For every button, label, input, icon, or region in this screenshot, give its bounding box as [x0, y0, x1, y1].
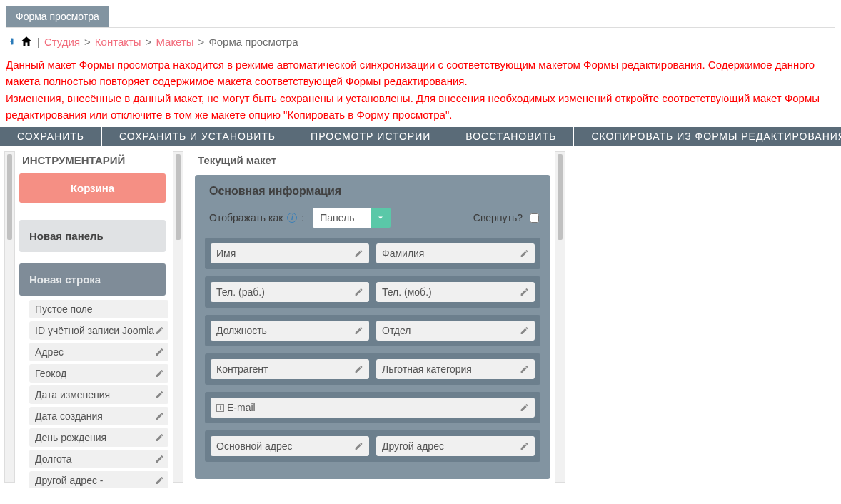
- pencil-icon[interactable]: [520, 403, 529, 413]
- pencil-icon[interactable]: [155, 348, 164, 357]
- toolbox: ИНСТРУМЕНТАРИЙ Корзина Новая панель Нова…: [19, 151, 173, 488]
- toolbox-field[interactable]: ID учётной записи Joomla: [29, 321, 168, 340]
- layout-column: Текущий макет Основная информация Отобра…: [191, 151, 555, 479]
- layout-row[interactable]: Основной адресДругой адрес: [205, 430, 540, 462]
- chevron-down-icon: [371, 208, 391, 228]
- scrollbar-toolbox[interactable]: [173, 151, 183, 483]
- toolbox-field[interactable]: День рождения: [29, 428, 168, 447]
- layout-field-slot[interactable]: Тел. (моб.): [376, 282, 535, 302]
- pencil-icon[interactable]: [520, 442, 529, 451]
- breadcrumb-studio[interactable]: Студия: [44, 36, 80, 48]
- breadcrumb-sep: >: [146, 36, 152, 48]
- layout-field-slot[interactable]: Другой адрес: [376, 436, 535, 456]
- layout-panel-main: Основная информация Отображать как i : П…: [195, 175, 550, 479]
- action-bar: СОХРАНИТЬ СОХРАНИТЬ И УСТАНОВИТЬ ПРОСМОТ…: [0, 127, 841, 146]
- breadcrumb-layouts[interactable]: Макеты: [156, 36, 193, 48]
- action-copy-from-edit[interactable]: СКОПИРОВАТЬ ИЗ ФОРМЫ РЕДАКТИРОВАНИЯ: [574, 127, 841, 146]
- layout-field-slot[interactable]: Имя: [211, 243, 369, 263]
- layout-field-slot[interactable]: Основной адрес: [211, 436, 369, 456]
- pencil-icon[interactable]: [520, 288, 529, 297]
- layout-title: Текущий макет: [198, 154, 550, 166]
- sync-warning: Данный макет Формы просмотра находится в…: [6, 56, 835, 123]
- display-as-label: Отображать как: [209, 212, 283, 223]
- breadcrumb-sep: >: [84, 36, 91, 48]
- trash-bin[interactable]: Корзина: [19, 173, 166, 203]
- pencil-icon[interactable]: [354, 288, 363, 297]
- pencil-icon[interactable]: [354, 249, 363, 258]
- action-history[interactable]: ПРОСМОТР ИСТОРИИ: [293, 127, 448, 146]
- collapse-label: Свернуть?: [473, 212, 523, 223]
- pencil-icon[interactable]: [520, 326, 529, 336]
- toolbox-field[interactable]: Другой адрес -: [29, 471, 168, 488]
- back-arrow-icon[interactable]: [6, 35, 19, 48]
- action-save-deploy[interactable]: СОХРАНИТЬ И УСТАНОВИТЬ: [102, 127, 293, 146]
- breadcrumb-current: Форма просмотра: [208, 36, 298, 48]
- layout-row[interactable]: Тел. (раб.)Тел. (моб.): [205, 276, 540, 308]
- pencil-icon[interactable]: [155, 326, 164, 336]
- toolbox-field[interactable]: Долгота: [29, 450, 168, 468]
- display-as-colon: :: [301, 212, 304, 223]
- toolbox-field[interactable]: Пустое поле: [29, 300, 168, 318]
- info-icon[interactable]: i: [287, 213, 297, 223]
- home-icon[interactable]: [20, 35, 33, 48]
- breadcrumb-contacts[interactable]: Контакты: [95, 36, 141, 48]
- pencil-icon[interactable]: [155, 433, 164, 443]
- pencil-icon[interactable]: [155, 455, 164, 464]
- breadcrumb: | Студия > Контакты > Макеты > Форма про…: [6, 35, 835, 48]
- scrollbar-layout[interactable]: [555, 151, 565, 483]
- layout-field-slot[interactable]: Льготная категория: [376, 359, 535, 379]
- action-save[interactable]: СОХРАНИТЬ: [0, 127, 102, 146]
- new-row[interactable]: Новая строка: [19, 263, 166, 296]
- tab-view-form[interactable]: Форма просмотра: [6, 6, 109, 27]
- layout-row[interactable]: +E-mail: [205, 392, 540, 423]
- display-as-dropdown[interactable]: Панель: [313, 208, 390, 228]
- layout-field-slot[interactable]: Фамилия: [376, 243, 535, 263]
- layout-row[interactable]: ДолжностьОтдел: [205, 315, 540, 346]
- breadcrumb-pipe: |: [37, 36, 40, 48]
- toolbox-field[interactable]: Дата изменения: [29, 385, 168, 404]
- layout-field-slot[interactable]: +E-mail: [211, 398, 535, 418]
- pencil-icon[interactable]: [354, 442, 363, 451]
- toolbox-field[interactable]: Геокод: [29, 364, 168, 383]
- layout-field-slot[interactable]: Должность: [211, 321, 369, 341]
- pencil-icon[interactable]: [354, 326, 363, 336]
- scrollbar-left[interactable]: [4, 151, 15, 483]
- layout-field-slot[interactable]: Контрагент: [211, 359, 369, 379]
- pencil-icon[interactable]: [155, 412, 164, 421]
- pencil-icon[interactable]: [520, 365, 529, 374]
- layout-row[interactable]: КонтрагентЛьготная категория: [205, 353, 540, 385]
- plus-icon: +: [216, 404, 224, 412]
- display-as-value: Панель: [313, 208, 370, 228]
- layout-field-slot[interactable]: Отдел: [376, 321, 535, 341]
- layout-row[interactable]: ИмяФамилия: [205, 238, 540, 269]
- panel-title: Основная информация: [209, 185, 540, 198]
- action-restore[interactable]: ВОССТАНОВИТЬ: [448, 127, 574, 146]
- pencil-icon[interactable]: [354, 365, 363, 374]
- toolbox-field[interactable]: Адрес: [29, 343, 168, 361]
- pencil-icon[interactable]: [155, 369, 164, 378]
- breadcrumb-sep: >: [198, 36, 205, 48]
- pencil-icon[interactable]: [155, 476, 164, 485]
- toolbox-title: ИНСТРУМЕНТАРИЙ: [22, 154, 168, 166]
- toolbox-field[interactable]: Дата создания: [29, 407, 168, 425]
- layout-field-slot[interactable]: Тел. (раб.): [211, 282, 369, 302]
- svg-rect-0: [11, 39, 13, 45]
- new-panel[interactable]: Новая панель: [19, 220, 166, 252]
- pencil-icon[interactable]: [520, 249, 529, 258]
- pencil-icon[interactable]: [155, 390, 164, 400]
- collapse-checkbox[interactable]: [530, 213, 539, 223]
